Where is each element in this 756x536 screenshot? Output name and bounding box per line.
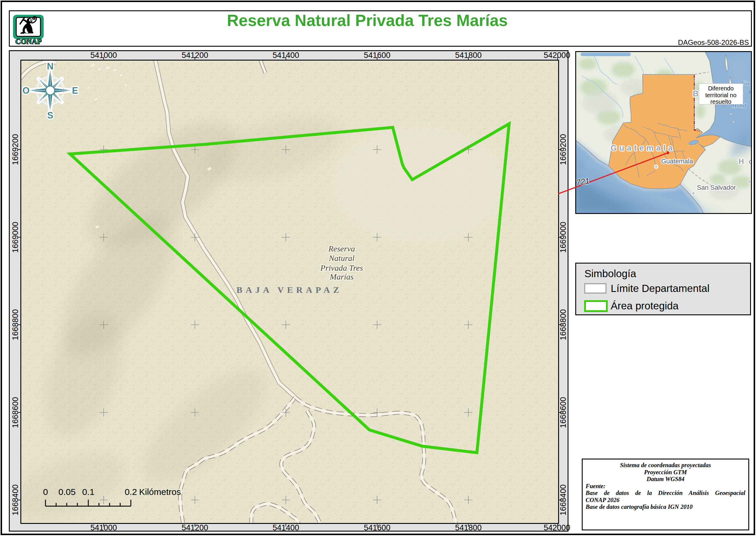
svg-text:Privada Tres: Privada Tres [320, 263, 363, 272]
svg-text:BAJA VERAPAZ: BAJA VERAPAZ [236, 285, 342, 295]
svg-text:resuelto: resuelto [710, 98, 731, 105]
svg-text:S: S [47, 110, 53, 120]
svg-text:Natural: Natural [329, 253, 354, 263]
svg-text:0: 0 [43, 487, 48, 497]
svg-text:San Salvador: San Salvador [697, 184, 736, 191]
svg-text:Ho: Ho [739, 157, 752, 165]
svg-text:d: d [749, 88, 752, 94]
svg-text:Guatemala: Guatemala [611, 144, 675, 152]
svg-text:0.2: 0.2 [125, 487, 137, 497]
svg-text:E: E [72, 85, 78, 96]
svg-text:O: O [22, 85, 30, 96]
svg-text:Guatemala: Guatemala [661, 157, 693, 165]
svg-text:Reserva: Reserva [328, 244, 355, 253]
svg-text:Marías: Marías [330, 272, 354, 281]
svg-text:Kilómetros: Kilómetros [139, 487, 181, 497]
svg-text:Diferendo: Diferendo [708, 85, 734, 92]
svg-text:N: N [47, 61, 53, 72]
svg-text:0.05: 0.05 [58, 487, 76, 497]
svg-text:0.1: 0.1 [82, 487, 94, 497]
svg-text:territorial no: territorial no [705, 92, 737, 98]
